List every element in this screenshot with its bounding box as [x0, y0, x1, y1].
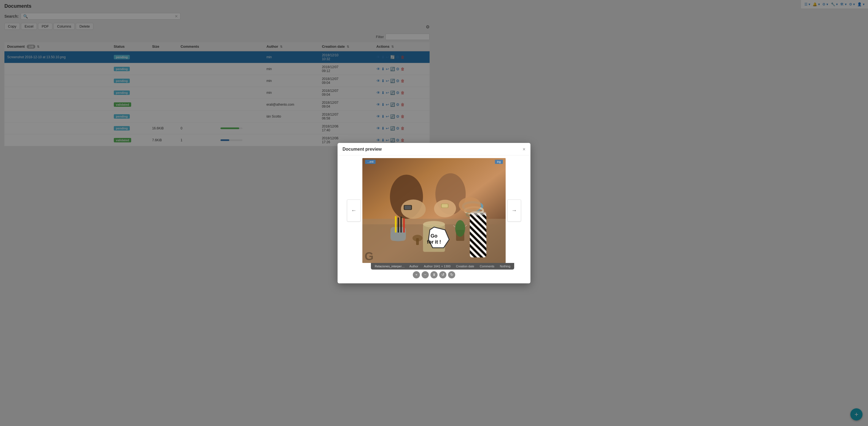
preview-container: ← ...ent ing — [341, 158, 434, 213]
modal-body: ← ...ent ing — [338, 155, 434, 213]
preview-filename-badge: ...ent — [365, 160, 376, 164]
preview-top-strip: ...ent ing — [362, 160, 434, 164]
preview-image: ...ent ing — [362, 158, 434, 213]
preview-prev-button[interactable]: ← — [347, 199, 361, 213]
modal-header: Document preview × — [338, 143, 434, 155]
preview-image-svg: G Go for it ! — [362, 158, 434, 213]
modal-title: Document preview — [342, 147, 382, 152]
document-preview-modal: Document preview × ← ...ent ing — [338, 143, 434, 213]
left-arrow-icon: ← — [351, 207, 356, 213]
modal-overlay[interactable]: Document preview × ← ...ent ing — [0, 0, 434, 213]
svg-rect-8 — [404, 205, 411, 209]
